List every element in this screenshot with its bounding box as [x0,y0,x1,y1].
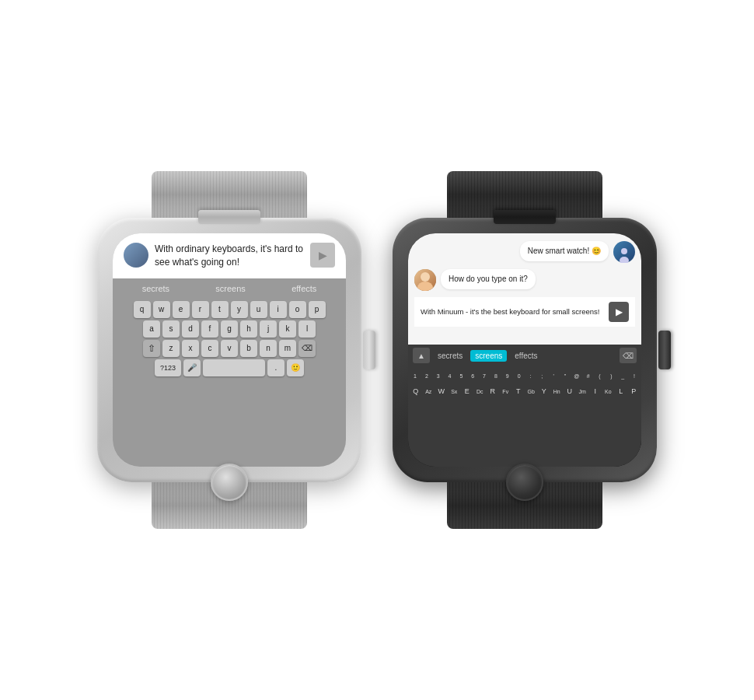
key-p[interactable]: p [309,301,326,318]
key-period[interactable]: . [267,359,284,376]
key-t[interactable]: t [211,301,229,318]
rkey-Ko[interactable]: Ko [602,384,615,398]
rkey-hash[interactable]: # [583,369,594,383]
left-message-area: With ordinary keyboards, it's hard to se… [113,233,346,278]
rkey-Hn[interactable]: Hn [551,384,564,398]
watches-container: With ordinary keyboards, it's hard to se… [82,156,672,544]
compose-send-icon: ▶ [616,306,623,317]
rkey-at[interactable]: @ [571,369,582,383]
key-b[interactable]: b [240,340,257,357]
key-m[interactable]: m [279,340,296,357]
rkey-2[interactable]: 2 [421,369,432,383]
svg-point-3 [417,282,433,291]
key-w[interactable]: w [153,301,170,318]
key-h[interactable]: h [240,320,257,338]
rkey-U[interactable]: U [564,384,576,398]
key-r[interactable]: r [192,301,209,318]
key-v[interactable]: v [221,340,238,357]
svg-point-1 [620,257,629,263]
rkey-7[interactable]: 7 [479,369,490,383]
key-l[interactable]: l [298,320,316,338]
right-tab-effects[interactable]: effects [510,350,542,362]
key-o[interactable]: o [289,301,306,318]
key-y[interactable]: y [231,301,248,318]
kb-row-2: a s d f g h j k l [116,320,343,338]
rkey-0[interactable]: 0 [514,369,525,383]
rkey-6[interactable]: 6 [467,369,478,383]
key-x[interactable]: x [182,340,199,357]
rkey-4[interactable]: 4 [445,369,456,383]
key-mic[interactable]: 🎤 [183,359,201,376]
rkey-lp[interactable]: ( [595,369,606,383]
left-tab-screens[interactable]: screens [212,282,249,295]
chat-bubble-2: How do you type on it? [441,269,536,289]
left-kb-tabs: secrets screens effects [113,278,346,299]
rkey-T[interactable]: T [512,384,525,398]
rkey-Dc[interactable]: Dc [474,384,487,398]
key-shift[interactable]: ⇧ [143,340,160,357]
rkey-Jm[interactable]: Jm [577,384,589,398]
key-c[interactable]: c [201,340,218,357]
key-e[interactable]: e [173,301,190,318]
rkey-Az[interactable]: Az [423,384,435,398]
right-top-button [494,210,556,224]
rkey-Sx[interactable]: Sx [449,384,461,398]
key-emoji[interactable]: 🙂 [287,359,304,376]
key-j[interactable]: j [260,320,277,338]
rkey-P[interactable]: P [628,384,641,398]
key-n[interactable]: n [260,340,277,357]
rkey-rp[interactable]: ) [606,369,616,383]
rkey-Gb[interactable]: Gb [525,384,538,398]
key-space[interactable] [203,359,265,376]
rkey-excl[interactable]: ! [629,369,640,383]
rkey-9[interactable]: 9 [502,369,513,383]
rkey-semi[interactable]: ; [536,369,547,383]
rkey-L[interactable]: L [615,384,627,398]
rkey-1[interactable]: 1 [410,369,421,383]
rkey-E[interactable]: E [461,384,473,398]
rkey-under[interactable]: _ [617,369,628,383]
key-d[interactable]: d [182,320,199,338]
rkey-Fv[interactable]: Fv [500,384,512,398]
chat-text-2: How do you type on it? [449,275,528,283]
svg-point-0 [621,248,627,254]
chat-text-1: New smart watch! 😊 [528,247,601,255]
left-keyboard: q w e r t y u i o p a [113,299,346,467]
left-crown [363,331,375,369]
key-s[interactable]: s [162,320,180,338]
key-z[interactable]: z [162,340,180,357]
left-tab-secrets[interactable]: secrets [139,282,173,295]
right-watch-case: New smart watch! 😊 [393,218,657,482]
rkey-R[interactable]: R [487,384,499,398]
rkey-colon[interactable]: : [525,369,536,383]
rkey-Y[interactable]: Y [538,384,550,398]
rkey-5[interactable]: 5 [456,369,466,383]
rkey-quot[interactable]: " [560,369,571,383]
key-q[interactable]: q [134,301,151,318]
kb-up-button[interactable]: ▲ [413,348,430,363]
key-f[interactable]: f [201,320,218,338]
kb-delete-button[interactable]: ⌫ [620,348,637,363]
key-g[interactable]: g [221,320,238,338]
left-watch-screen: With ordinary keyboards, it's hard to se… [113,233,346,467]
rkey-8[interactable]: 8 [490,369,501,383]
key-u[interactable]: u [250,301,267,318]
rkey-Q[interactable]: Q [410,384,422,398]
left-home-button[interactable] [211,464,248,501]
key-i[interactable]: i [270,301,287,318]
left-watch: With ordinary keyboards, it's hard to se… [97,171,361,529]
key-delete[interactable]: ⌫ [298,340,316,357]
left-tab-effects[interactable]: effects [288,282,319,295]
rkey-apos[interactable]: ' [548,369,559,383]
left-send-button[interactable]: ▶ [310,243,335,268]
rkey-3[interactable]: 3 [433,369,444,383]
right-home-button[interactable] [506,464,543,501]
key-k[interactable]: k [279,320,296,338]
rkey-W[interactable]: W [435,384,448,398]
right-tab-screens[interactable]: screens [470,350,507,362]
key-123[interactable]: ?123 [155,359,181,376]
compose-send-button[interactable]: ▶ [609,302,629,322]
key-a[interactable]: a [143,320,160,338]
rkey-I[interactable]: I [589,384,602,398]
right-tab-secrets[interactable]: secrets [433,350,467,362]
